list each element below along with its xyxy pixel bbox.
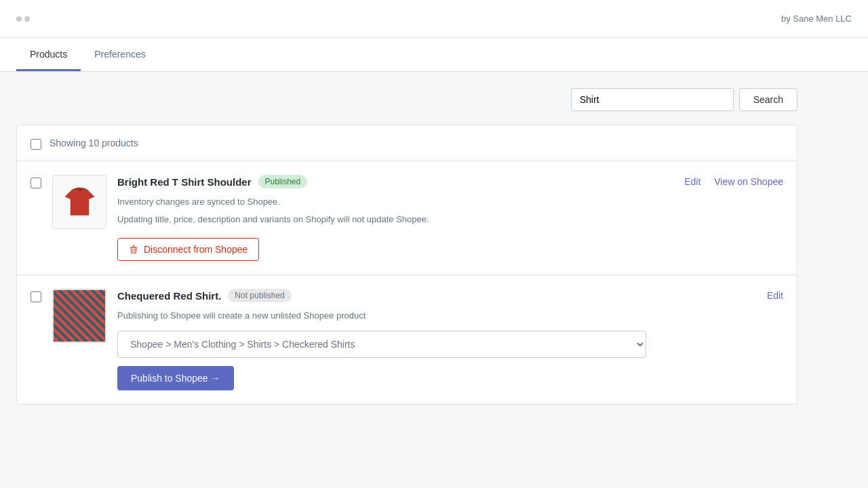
nav-bar: Products Preferences — [0, 38, 868, 72]
product-2-image — [52, 289, 106, 343]
search-button[interactable]: Search — [739, 88, 797, 111]
product-1-edit-link[interactable]: Edit — [684, 176, 701, 187]
product-1-title: Bright Red T Shirt Shoulder — [117, 176, 252, 188]
red-shirt-icon — [61, 184, 98, 221]
disconnect-button[interactable]: Disconnect from Shopee — [117, 238, 259, 261]
product-2-edit-link[interactable]: Edit — [767, 290, 783, 301]
product-2-actions: Edit — [767, 289, 783, 301]
showing-row: Showing 10 products — [17, 125, 797, 161]
category-select-wrapper: Shopee > Men's Clothing > Shirts > Check… — [117, 331, 756, 358]
search-bar: Search — [16, 88, 797, 111]
trash-icon — [129, 245, 138, 254]
logo-dots — [16, 16, 30, 22]
svg-rect-1 — [132, 245, 135, 246]
disconnect-label: Disconnect from Shopee — [144, 244, 248, 255]
product-1-checkbox[interactable] — [31, 178, 41, 188]
publish-button[interactable]: Publish to Shopee → — [117, 366, 234, 390]
table-row: Bright Red T Shirt Shoulder Published In… — [17, 161, 797, 275]
category-select[interactable]: Shopee > Men's Clothing > Shirts > Check… — [117, 331, 646, 358]
logo-dot-1 — [16, 16, 22, 22]
product-1-image — [52, 175, 106, 229]
search-input[interactable] — [571, 88, 734, 111]
logo-dot-2 — [24, 16, 30, 22]
showing-text: Showing 10 products — [50, 138, 138, 148]
product-1-actions: Edit View on Shopee — [684, 175, 783, 187]
svg-rect-0 — [130, 247, 138, 248]
products-list: Showing 10 products Bright Red T Shirt S… — [16, 125, 797, 405]
checkered-shirt-icon — [54, 290, 105, 342]
product-2-status-badge: Not published — [228, 289, 291, 302]
brand-text: by Sane Men LLC — [781, 14, 852, 24]
product-2-title-row: Chequered Red Shirt. Not published — [117, 289, 756, 302]
product-1-info: Bright Red T Shirt Shoulder Published In… — [117, 175, 673, 261]
nav-item-products[interactable]: Products — [16, 38, 81, 71]
top-bar: by Sane Men LLC — [0, 0, 868, 38]
product-1-status-badge: Published — [258, 175, 308, 188]
product-1-title-row: Bright Red T Shirt Shoulder Published — [117, 175, 673, 188]
nav-item-preferences[interactable]: Preferences — [81, 38, 159, 71]
product-1-desc-1: Inventory changes are synced to Shopee. — [117, 195, 673, 209]
logo — [16, 16, 30, 22]
table-row: Chequered Red Shirt. Not published Publi… — [17, 275, 797, 404]
product-2-desc-1: Publishing to Shopee will create a new u… — [117, 309, 756, 323]
product-1-desc-2: Updating title, price, description and v… — [117, 213, 673, 226]
product-2-checkbox[interactable] — [31, 291, 41, 302]
product-2-title: Chequered Red Shirt. — [117, 290, 221, 302]
product-2-info: Chequered Red Shirt. Not published Publi… — [117, 289, 756, 390]
select-all-checkbox[interactable] — [31, 139, 41, 150]
main-content: Search Showing 10 products Bright Red T … — [0, 72, 814, 421]
product-1-view-link[interactable]: View on Shopee — [714, 176, 783, 187]
